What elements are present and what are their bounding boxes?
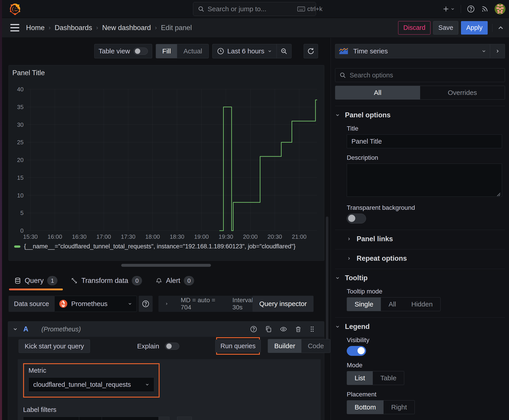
news-button[interactable] xyxy=(481,5,489,13)
panel-title[interactable]: Panel Title xyxy=(12,69,45,77)
breadcrumb-new-dashboard[interactable]: New dashboard xyxy=(102,24,151,32)
legend-series-name[interactable]: {__name__="cloudflared_tunnel_total_requ… xyxy=(24,243,296,250)
global-search[interactable]: ctrl+k xyxy=(193,2,316,16)
remove-filter-button[interactable] xyxy=(159,417,169,420)
refresh-button[interactable] xyxy=(304,44,318,58)
svg-text:10: 10 xyxy=(17,192,23,199)
breadcrumb-dashboards[interactable]: Dashboards xyxy=(54,24,92,32)
run-queries-button[interactable]: Run queries xyxy=(215,339,261,352)
zoom-out-button[interactable] xyxy=(276,44,291,58)
datasource-picker[interactable]: Prometheus xyxy=(54,296,137,312)
menu-toggle-button[interactable] xyxy=(10,24,19,31)
add-filter-button[interactable] xyxy=(177,417,192,420)
help-icon xyxy=(250,326,257,333)
panel-title-input[interactable] xyxy=(347,134,502,148)
svg-text:20:30: 20:30 xyxy=(267,233,282,240)
main-scrollbar[interactable] xyxy=(326,217,328,342)
query-row-actions xyxy=(250,326,315,333)
chevron-down-icon xyxy=(335,324,340,329)
panel-resize-handle[interactable] xyxy=(121,264,211,267)
panel-links-section[interactable]: Panel links xyxy=(347,235,505,243)
legend-visibility-toggle[interactable] xyxy=(347,346,366,356)
tooltip-mode-hidden[interactable]: Hidden xyxy=(404,298,440,311)
code-mode-option[interactable]: Code xyxy=(301,339,330,353)
builder-mode-option[interactable]: Builder xyxy=(268,339,301,353)
tab-all-options[interactable]: All xyxy=(335,86,420,99)
description-textarea[interactable] xyxy=(347,164,502,197)
visualization-picker[interactable]: Time series xyxy=(335,44,490,58)
legend-section-header[interactable]: Legend xyxy=(335,323,505,331)
section-divider xyxy=(335,106,505,106)
duplicate-query-button[interactable] xyxy=(265,326,272,333)
apply-button[interactable]: Apply xyxy=(461,21,488,35)
tooltip-mode-all[interactable]: All xyxy=(381,298,403,311)
viz-suggestions-button[interactable] xyxy=(490,44,505,58)
top-nav: ctrl+k xyxy=(0,0,509,18)
avatar-pixel-art xyxy=(495,4,505,14)
toggle-visibility-button[interactable] xyxy=(280,326,287,333)
kick-start-query-button[interactable]: Kick start your query xyxy=(19,339,90,353)
placement-bottom[interactable]: Bottom xyxy=(347,400,384,414)
options-search[interactable] xyxy=(335,68,505,82)
actual-option[interactable]: Actual xyxy=(177,44,208,58)
shortcut-label: ctrl+k xyxy=(307,5,322,13)
operator-dropdown[interactable]: = xyxy=(79,417,102,420)
svg-text:20: 20 xyxy=(17,157,23,163)
breadcrumb: Home › Dashboards › New dashboard › Edit… xyxy=(26,24,192,32)
query-help-button[interactable] xyxy=(250,326,257,333)
select-value-dropdown[interactable]: Select value xyxy=(102,417,159,420)
search-input[interactable] xyxy=(208,5,294,13)
alert-count-badge: 0 xyxy=(184,276,194,285)
svg-text:16:00: 16:00 xyxy=(48,233,62,240)
explain-label: Explain xyxy=(137,342,159,350)
tooltip-section-header[interactable]: Tooltip xyxy=(335,274,505,282)
time-range-picker[interactable]: Last 6 hours xyxy=(213,47,276,55)
placement-right[interactable]: Right xyxy=(384,400,415,414)
svg-text:35: 35 xyxy=(17,104,23,110)
datasource-help-button[interactable] xyxy=(139,296,153,312)
options-search-input[interactable] xyxy=(350,72,501,79)
drag-query-handle[interactable] xyxy=(309,326,315,333)
tab-alert[interactable]: Alert 0 xyxy=(150,270,200,291)
user-avatar[interactable] xyxy=(495,4,505,14)
title-field-label: Title xyxy=(347,125,505,132)
query-editor-card: A (Prometheus) Kick start your query Exp… xyxy=(8,321,324,420)
tab-query-label: Query xyxy=(25,277,44,285)
query-inspector-button[interactable]: Query inspector xyxy=(252,296,313,312)
panel-options-header[interactable]: Panel options xyxy=(335,111,505,119)
metric-select[interactable]: cloudflared_tunnel_total_requests xyxy=(29,377,154,392)
legend-mode-list[interactable]: List xyxy=(347,371,373,385)
select-label-dropdown[interactable]: Select label xyxy=(23,417,79,420)
datasource-row: Data source Prometheus MD = auto = 704 I… xyxy=(8,296,324,312)
chevron-down-icon xyxy=(145,382,150,387)
collapse-header-button[interactable] xyxy=(497,24,504,32)
tooltip-mode-label: Tooltip mode xyxy=(347,288,505,295)
transparent-bg-toggle[interactable] xyxy=(347,214,366,224)
legend-mode-table[interactable]: Table xyxy=(373,371,404,385)
tab-transform-data[interactable]: Transform data 0 xyxy=(65,270,148,291)
fill-option[interactable]: Fill xyxy=(156,44,177,58)
tab-overrides[interactable]: Overrides xyxy=(420,86,505,99)
delete-query-button[interactable] xyxy=(295,326,302,333)
new-dashboard-menu-button[interactable] xyxy=(442,5,455,13)
table-view-toggle[interactable] xyxy=(134,48,148,55)
chevron-right-icon[interactable] xyxy=(165,301,168,307)
metric-label: Metric xyxy=(29,367,154,374)
timeseries-viz-icon xyxy=(339,48,348,54)
tab-query[interactable]: Query 1 xyxy=(8,270,63,291)
chevron-right-icon xyxy=(347,256,351,261)
repeat-options-section[interactable]: Repeat options xyxy=(347,255,505,262)
section-divider xyxy=(335,269,505,269)
tooltip-mode-single[interactable]: Single xyxy=(347,298,381,311)
help-button[interactable] xyxy=(467,5,475,13)
timeseries-chart[interactable]: 051015202530354015:3016:0016:3017:0017:3… xyxy=(12,87,322,244)
transform-count-badge: 0 xyxy=(132,276,142,285)
query-row-header[interactable]: A (Prometheus) xyxy=(8,322,324,337)
grafana-logo-icon[interactable] xyxy=(9,3,21,15)
tab-transform-label: Transform data xyxy=(81,277,128,285)
save-button[interactable]: Save xyxy=(433,21,458,35)
time-range-label: Last 6 hours xyxy=(227,47,264,55)
discard-button[interactable]: Discard xyxy=(398,21,430,35)
explain-toggle[interactable] xyxy=(165,343,179,350)
breadcrumb-home[interactable]: Home xyxy=(26,24,45,32)
